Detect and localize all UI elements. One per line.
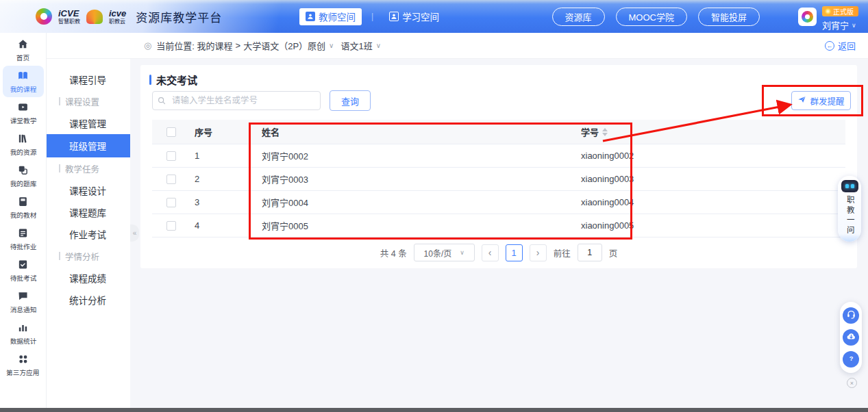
- search-input[interactable]: [152, 91, 321, 110]
- logo-brand: icve: [109, 9, 126, 18]
- rail-item[interactable]: 消息通知: [0, 286, 46, 318]
- sidebar-item-label: 作业考试: [69, 227, 106, 241]
- rail-item-label: 第三方应用: [6, 367, 39, 376]
- quick-links: 资源库MOOC学院智能投屏: [552, 0, 760, 33]
- cell-no: 3: [190, 197, 245, 207]
- student-space-label: 学习空间: [402, 10, 439, 23]
- table-row: 3 刘宵宁0004 xiaoning0004: [152, 191, 845, 214]
- table-row: 4 刘宵宁0005 xiaoning0005: [152, 214, 845, 237]
- rail-item[interactable]: 我的课程: [3, 66, 44, 97]
- breadcrumb-label: 当前位置: 我的课程: [156, 39, 232, 52]
- message-icon: [17, 290, 29, 302]
- user-menu[interactable]: 刘宵宁∨: [822, 18, 856, 31]
- rail-item[interactable]: 待批考试: [0, 255, 46, 286]
- icon-rail: 首页 我的课程 课堂教学 我的资源 我的题库 我的教材 待批作业: [0, 33, 47, 412]
- title-accent-bar: [149, 75, 151, 85]
- student-space-button[interactable]: 学习空间: [383, 8, 445, 25]
- sidebar-item[interactable]: 作业考试: [47, 223, 130, 245]
- next-page-button[interactable]: ›: [530, 244, 547, 261]
- sidebar-item[interactable]: 课程引导: [47, 68, 130, 90]
- total-count: 共 4 条: [380, 246, 407, 259]
- prev-page-button[interactable]: ‹: [482, 244, 499, 261]
- sidebar-item[interactable]: 统计分析: [47, 289, 130, 311]
- bulk-remind-button[interactable]: 群发提醒: [791, 91, 851, 110]
- space-switcher: 教师空间 | 学习空间: [299, 0, 445, 33]
- row-checkbox[interactable]: [166, 151, 176, 161]
- user-area: 正式版 刘宵宁∨: [798, 3, 858, 31]
- classroom-icon: [17, 101, 29, 113]
- unsubmitted-exam-panel: 未交考试 查询 群发提醒 序号 姓名 学号 1 刘宵宁0002 xiaoning…: [140, 65, 857, 268]
- query-button[interactable]: 查询: [330, 90, 371, 111]
- quick-link-button[interactable]: 资源库: [552, 8, 605, 26]
- qbank-icon: [17, 164, 29, 176]
- customer-service-icon: [846, 309, 856, 322]
- rail-item[interactable]: 我的教材: [0, 192, 46, 223]
- class-dropdown[interactable]: 语文1班: [340, 39, 372, 52]
- assistant-widget[interactable]: 职教一问: [838, 176, 861, 242]
- sidebar-item: 学情分析: [47, 245, 130, 267]
- sidebar-item-label: 课程题库: [69, 205, 106, 219]
- pagination: 共 4 条 10条/页 ∨ ‹ 1 › 前往 页: [140, 244, 857, 261]
- cell-name: 刘宵宁0004: [245, 196, 581, 209]
- quick-link-button[interactable]: MOOC学院: [616, 8, 687, 26]
- chevron-down-icon[interactable]: ∨: [329, 42, 334, 49]
- sidebar-collapse-handle[interactable]: «: [130, 224, 139, 242]
- student-table: 序号 姓名 学号 1 刘宵宁0002 xiaoning0002 2 刘: [152, 120, 845, 237]
- rail-item-label: 待批考试: [10, 272, 36, 282]
- floating-toolbox: ?: [840, 302, 862, 373]
- current-page-button[interactable]: 1: [506, 244, 523, 261]
- quick-link-button[interactable]: 智能投屏: [698, 8, 760, 26]
- sidebar-item[interactable]: 课程题库: [47, 201, 130, 223]
- column-header-student-id[interactable]: 学号: [581, 125, 845, 138]
- course-sidebar: 课程引导 课程设置 课程管理 班级管理 教学任务 课程设计 课程题库: [47, 59, 130, 412]
- section-bar: [59, 252, 60, 260]
- back-link[interactable]: ← 返回: [825, 39, 856, 52]
- rail-item[interactable]: 我的题库: [0, 160, 46, 192]
- textbook-icon: [17, 196, 29, 207]
- homework-icon: [17, 227, 29, 239]
- sidebar-item-label: 课程管理: [69, 116, 106, 130]
- rail-item[interactable]: 首页: [0, 34, 46, 66]
- bulk-remind-label: 群发提醒: [810, 94, 844, 107]
- medal-icon: [825, 8, 831, 14]
- page-size-select[interactable]: 10条/页 ∨: [414, 244, 475, 261]
- section-bar: [59, 97, 60, 105]
- rail-item[interactable]: 待批作业: [0, 223, 46, 255]
- table-header-row: 序号 姓名 学号: [152, 120, 845, 144]
- row-checkbox[interactable]: [166, 198, 176, 207]
- select-all-checkbox[interactable]: [166, 127, 176, 137]
- send-icon: [797, 95, 806, 106]
- floating-tool-button[interactable]: ?: [843, 351, 859, 368]
- sidebar-item[interactable]: 课程成绩: [47, 267, 130, 289]
- sidebar-item[interactable]: 课程设计: [47, 179, 130, 201]
- row-checkbox[interactable]: [166, 221, 176, 231]
- chevron-down-icon: ∨: [460, 249, 464, 256]
- sidebar-item[interactable]: 班级管理: [47, 134, 130, 157]
- floating-tool-button[interactable]: [843, 307, 859, 324]
- column-header-no: 序号: [190, 125, 245, 138]
- icve-cloud-logo-icon: [86, 10, 103, 24]
- goto-page-input[interactable]: [578, 244, 602, 261]
- rail-item-label: 待批作业: [10, 241, 36, 250]
- sidebar-item: 课程设置: [47, 90, 130, 112]
- rail-item[interactable]: 数据统计: [0, 318, 46, 349]
- sort-icon[interactable]: [602, 128, 608, 136]
- brand[interactable]: iCVE 智慧职教 icve 职教云 资源库教学平台: [36, 0, 222, 33]
- row-checkbox[interactable]: [166, 175, 176, 184]
- cell-no: 1: [190, 151, 245, 161]
- rail-item[interactable]: 我的资源: [0, 129, 46, 160]
- rail-item[interactable]: 课堂教学: [0, 97, 46, 129]
- chevron-down-icon[interactable]: ∨: [376, 42, 381, 49]
- horizontal-scrollbar[interactable]: [0, 408, 868, 412]
- course-dropdown[interactable]: 大学语文（2P）原创: [243, 39, 325, 52]
- floating-tool-button[interactable]: [843, 329, 859, 346]
- sidebar-item[interactable]: 课程管理: [47, 112, 130, 134]
- cell-name: 刘宵宁0003: [245, 172, 581, 185]
- home-icon: [17, 38, 29, 50]
- rail-item[interactable]: 第三方应用: [0, 349, 46, 381]
- close-toolbox-icon[interactable]: ×: [847, 378, 857, 388]
- teacher-space-label: 教师空间: [319, 10, 356, 23]
- avatar[interactable]: [798, 8, 817, 26]
- teacher-space-button[interactable]: 教师空间: [299, 8, 362, 25]
- goto-label: 前往: [554, 246, 571, 259]
